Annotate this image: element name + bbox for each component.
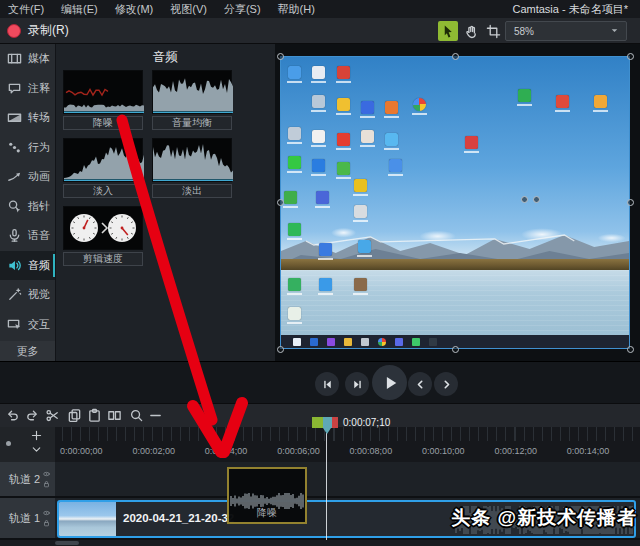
step-back-button[interactable] <box>315 372 339 396</box>
track-1-header: 轨道 1 <box>0 498 55 538</box>
copy-button[interactable] <box>67 408 83 424</box>
add-track-button[interactable] <box>30 429 43 442</box>
crop-tool-button[interactable] <box>483 21 503 41</box>
audio-effect-leveling[interactable]: 音量均衡 <box>152 70 232 130</box>
menu-item-0[interactable]: 文件(F) <box>8 2 44 17</box>
zoom-out-button[interactable] <box>148 408 164 424</box>
desktop-icon <box>556 95 569 108</box>
paste-button[interactable] <box>87 408 103 424</box>
playhead-out-handle[interactable] <box>332 417 338 428</box>
menu-item-3[interactable]: 视图(V) <box>170 2 207 17</box>
sidebar-item-visual[interactable]: 视觉 <box>0 280 55 310</box>
record-button[interactable]: 录制(R) <box>7 22 69 39</box>
cut-button[interactable] <box>45 408 61 424</box>
sidebar-item-label: 语音 <box>28 228 50 243</box>
split-button[interactable] <box>107 408 123 424</box>
track-lock-icon[interactable] <box>42 480 52 489</box>
track-2-body[interactable] <box>55 462 640 496</box>
selection-handle[interactable] <box>277 199 284 206</box>
audio-effect-noise[interactable]: 降噪 <box>63 70 143 130</box>
zoom-value: 58% <box>514 26 534 37</box>
menu-item-1[interactable]: 编辑(E) <box>61 2 98 17</box>
sidebar-item-annotations[interactable]: 注释 <box>0 74 55 104</box>
track-2-header: 轨道 2 <box>0 462 55 496</box>
effect-label: 淡入 <box>63 184 143 198</box>
sidebar-item-animations[interactable]: 动画 <box>0 162 55 192</box>
previous-button[interactable] <box>408 372 432 396</box>
audio-effect-clocks[interactable]: 剪辑速度 <box>63 206 143 266</box>
taskbar-icon <box>361 338 369 346</box>
selection-handle[interactable] <box>277 346 284 353</box>
track-options-chevron[interactable] <box>30 443 43 456</box>
timeline-ruler[interactable]: 0:00:00;000:00:02;000:00:04;000:00:06;00… <box>55 427 640 462</box>
step-forward-button[interactable] <box>345 372 369 396</box>
effect-thumbnail[interactable] <box>63 138 143 182</box>
play-button[interactable] <box>372 365 407 400</box>
chevron-down-icon <box>609 25 620 38</box>
effect-thumbnail[interactable] <box>152 138 232 182</box>
playhead-in-handle[interactable] <box>312 417 323 428</box>
taskbar-icon <box>395 338 403 346</box>
desktop-icon <box>312 130 325 143</box>
desktop-icon <box>288 127 301 140</box>
sidebar-item-interactivity[interactable]: 交互 <box>0 310 55 340</box>
desktop-icon <box>465 136 478 149</box>
sidebar-item-transitions[interactable]: 转场 <box>0 103 55 133</box>
effect-thumbnail[interactable] <box>63 70 143 114</box>
effect-label: 降噪 <box>63 116 143 130</box>
undo-button[interactable] <box>5 408 21 424</box>
drag-effect-label: 降噪 <box>229 506 305 520</box>
selection-handle[interactable] <box>521 196 528 203</box>
audio-panel: 音频 降噪音量均衡淡入淡出剪辑速度 <box>55 44 275 361</box>
selection-handle[interactable] <box>627 53 634 60</box>
effect-label: 音量均衡 <box>152 116 232 130</box>
desktop-icon <box>361 130 374 143</box>
selection-handle[interactable] <box>627 346 634 353</box>
taskbar-icon <box>344 338 352 346</box>
hscrollbar-thumb[interactable] <box>55 541 79 545</box>
taskbar-icon <box>310 338 318 346</box>
video-preview[interactable] <box>280 56 630 349</box>
zoom-dropdown[interactable]: 58% <box>505 21 627 41</box>
selection-handle[interactable] <box>277 53 284 60</box>
next-button[interactable] <box>434 372 458 396</box>
cursor-tool-button[interactable] <box>438 21 458 41</box>
ruler-ticks <box>62 427 640 441</box>
desktop-icon <box>312 159 325 172</box>
sidebar-item-voice[interactable]: 语音 <box>0 221 55 251</box>
zoom-timeline-button[interactable] <box>129 408 145 424</box>
dragged-effect-box[interactable]: 降噪 <box>227 467 307 524</box>
redo-button[interactable] <box>25 408 41 424</box>
marker-dot-icon <box>6 441 11 446</box>
effect-thumbnail[interactable] <box>63 206 143 250</box>
selection-handle[interactable] <box>627 199 634 206</box>
playhead-marker[interactable] <box>312 417 338 428</box>
sidebar-item-cursor[interactable]: 指针 <box>0 192 55 222</box>
selection-handle[interactable] <box>452 53 459 60</box>
mic-icon <box>7 228 22 243</box>
sidebar-item-audio[interactable]: 音频 <box>0 251 55 281</box>
menu-item-2[interactable]: 修改(M) <box>115 2 154 17</box>
track-lock-icon[interactable] <box>42 519 52 528</box>
track-visibility-eye-icon[interactable] <box>42 509 52 518</box>
playback-controls <box>0 361 640 403</box>
pointer-icon <box>7 199 22 214</box>
menu-item-5[interactable]: 帮助(H) <box>278 2 315 17</box>
sidebar-more-button[interactable]: 更多 <box>0 341 55 361</box>
track-visibility-eye-icon[interactable] <box>42 470 52 479</box>
clip-thumbnail <box>59 502 116 536</box>
hand-tool-button[interactable] <box>461 21 481 41</box>
selection-handle[interactable] <box>452 346 459 353</box>
selection-handle[interactable] <box>533 196 540 203</box>
effect-thumbnail[interactable] <box>152 70 232 114</box>
sidebar-item-media[interactable]: 媒体 <box>0 44 55 74</box>
ruler-timestamp: 0:00:06;00 <box>277 446 320 456</box>
audio-effect-fadein[interactable]: 淡入 <box>63 138 143 198</box>
audio-effect-fadeout[interactable]: 淡出 <box>152 138 232 198</box>
ruler-timestamp: 0:00:00;00 <box>60 446 103 456</box>
sidebar-item-behaviors[interactable]: 行为 <box>0 133 55 163</box>
ruler-timestamp: 0:00:12;00 <box>494 446 537 456</box>
behaviors-icon <box>7 140 22 155</box>
menu-item-4[interactable]: 分享(S) <box>224 2 261 17</box>
playhead-head[interactable] <box>323 417 332 428</box>
